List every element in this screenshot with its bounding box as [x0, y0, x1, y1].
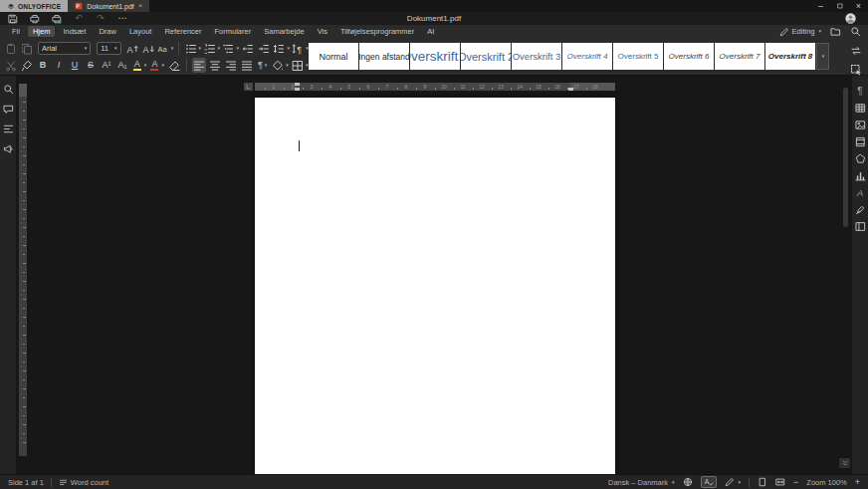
style-overskrift-6[interactable]: Overskrift 6	[664, 43, 714, 70]
document-language-button[interactable]: Dansk – Danmark ▾	[608, 478, 675, 487]
copy-style-button[interactable]	[20, 58, 34, 73]
close-button[interactable]: ×	[849, 0, 868, 12]
headings-panel-button[interactable]	[2, 122, 15, 135]
multilevel-list-button[interactable]: ▾	[222, 41, 239, 56]
superscript-button[interactable]: A¹	[100, 58, 113, 73]
ink-annotation-button[interactable]: ▾	[725, 477, 742, 487]
style-overskrift-5[interactable]: Overskrift 5	[613, 43, 663, 70]
user-avatar[interactable]	[845, 13, 856, 24]
first-line-indent-marker[interactable]	[295, 83, 300, 86]
shape-settings-button[interactable]	[854, 152, 867, 165]
fit-to-width-button[interactable]	[775, 477, 785, 487]
menu-tab-referencer[interactable]: Referencer	[159, 26, 206, 37]
header-footer-settings-button[interactable]	[854, 135, 867, 148]
fit-to-page-button[interactable]	[758, 477, 767, 487]
left-indent-marker[interactable]	[295, 88, 300, 91]
thumbnails-panel-button[interactable]	[854, 220, 867, 233]
italic-button[interactable]: I	[52, 58, 66, 73]
editor-canvas[interactable]: 123456789101112131415161718	[16, 76, 852, 474]
scroll-next-page-button[interactable]	[839, 458, 850, 468]
editing-mode-button[interactable]: Editing ▾	[779, 27, 821, 37]
underline-button[interactable]: U	[68, 58, 82, 73]
tab-stop-selector[interactable]	[244, 83, 253, 91]
replace-button[interactable]	[849, 43, 863, 58]
horizontal-ruler[interactable]: 123456789101112131415161718	[255, 83, 615, 91]
search-button[interactable]	[850, 26, 861, 37]
redo-button[interactable]: ↷	[94, 11, 108, 26]
style-overskrift-1[interactable]: Overskrift 1	[410, 43, 460, 70]
paste-button[interactable]	[4, 41, 18, 56]
highlight-color-button[interactable]: A▾	[131, 58, 147, 73]
align-justify-button[interactable]	[240, 58, 254, 73]
paragraph-spacing-button[interactable]: ¶▾	[292, 41, 309, 56]
align-center-button[interactable]	[208, 58, 222, 73]
style-overskrift-2[interactable]: Overskrift 2	[461, 43, 511, 70]
menu-tab-hjem[interactable]: Hjem	[28, 26, 56, 37]
numbering-button[interactable]: ▾	[203, 41, 220, 56]
bullets-button[interactable]: ▾	[184, 41, 201, 56]
table-settings-button[interactable]	[854, 102, 867, 115]
word-count-button[interactable]: Word count	[59, 478, 108, 487]
spell-check-button[interactable]: A	[701, 476, 717, 488]
document-page[interactable]	[255, 98, 615, 474]
customize-quick-access-button[interactable]: ⋯	[115, 11, 129, 26]
subscript-button[interactable]: A₁	[115, 58, 129, 73]
image-settings-button[interactable]	[854, 119, 867, 131]
minimize-button[interactable]: –	[811, 0, 830, 12]
bold-button[interactable]: B	[36, 58, 50, 73]
font-name-combo[interactable]: Arial▾	[38, 42, 91, 55]
save-button[interactable]	[6, 11, 20, 26]
signature-settings-button[interactable]	[854, 203, 867, 216]
increase-indent-button[interactable]	[257, 41, 271, 56]
style-normal[interactable]: Normal	[309, 43, 358, 70]
style-ingen-afstand[interactable]: Ingen afstand	[359, 43, 409, 70]
menu-tab-tilføjelsesprogrammer[interactable]: Tilføjelsesprogrammer	[335, 26, 419, 37]
menu-tab-samarbejde[interactable]: Samarbejde	[259, 26, 309, 37]
zoom-in-button[interactable]: +	[855, 478, 860, 487]
clear-style-button[interactable]	[167, 58, 181, 73]
quick-print-button[interactable]	[50, 11, 64, 26]
close-tab-icon[interactable]: ×	[138, 2, 143, 10]
zoom-level-label[interactable]: Zoom 100%	[806, 478, 846, 487]
search-panel-button[interactable]	[2, 83, 15, 96]
menu-tab-fil[interactable]: Fil	[7, 26, 25, 37]
vertical-scrollbar-thumb[interactable]	[843, 88, 848, 227]
line-spacing-button[interactable]: ▾	[273, 41, 290, 56]
strikeout-button[interactable]: S	[84, 58, 98, 73]
set-document-language-button[interactable]	[683, 477, 693, 487]
print-button[interactable]	[28, 11, 42, 26]
style-overskrift-8[interactable]: Overskrift 8	[765, 43, 815, 70]
font-size-combo[interactable]: 11▾	[97, 42, 120, 55]
vertical-ruler[interactable]	[19, 84, 27, 456]
copy-button[interactable]	[20, 41, 34, 56]
feedback-button[interactable]	[2, 142, 15, 155]
align-left-button[interactable]	[192, 58, 206, 73]
change-case-button[interactable]: Aa▾	[157, 41, 174, 56]
comments-panel-button[interactable]	[2, 103, 15, 116]
decrease-font-size-button[interactable]: A	[141, 41, 155, 56]
style-gallery-more-button[interactable]: ▾	[816, 43, 829, 70]
font-color-button[interactable]: A▾	[149, 58, 165, 73]
increase-font-size-button[interactable]: A	[125, 41, 139, 56]
style-overskrift-3[interactable]: Overskrift 3	[512, 43, 561, 70]
decrease-indent-button[interactable]	[241, 41, 255, 56]
menu-tab-draw[interactable]: Draw	[94, 26, 121, 37]
shading-button[interactable]: ▾	[272, 58, 290, 73]
menu-tab-ai[interactable]: AI	[422, 26, 439, 37]
select-all-button[interactable]	[849, 62, 863, 77]
cut-button[interactable]	[4, 58, 18, 73]
borders-button[interactable]: ▾	[291, 58, 309, 73]
menu-tab-vis[interactable]: Vis	[313, 26, 332, 37]
undo-button[interactable]: ↶	[72, 11, 86, 26]
style-overskrift-4[interactable]: Overskrift 4	[562, 43, 612, 70]
paragraph-settings-button[interactable]: ¶	[854, 85, 867, 98]
chart-settings-button[interactable]	[854, 169, 867, 182]
zoom-out-button[interactable]: −	[793, 478, 798, 487]
style-overskrift-7[interactable]: Overskrift 7	[715, 43, 764, 70]
maximize-button[interactable]	[830, 0, 849, 12]
menu-tab-layout[interactable]: Layout	[124, 26, 157, 37]
page-indicator[interactable]: Side 1 af 1	[8, 478, 44, 487]
menu-tab-indsæt[interactable]: Indsæt	[58, 26, 91, 37]
menu-tab-formularer[interactable]: Formularer	[210, 26, 257, 37]
align-right-button[interactable]	[224, 58, 238, 73]
